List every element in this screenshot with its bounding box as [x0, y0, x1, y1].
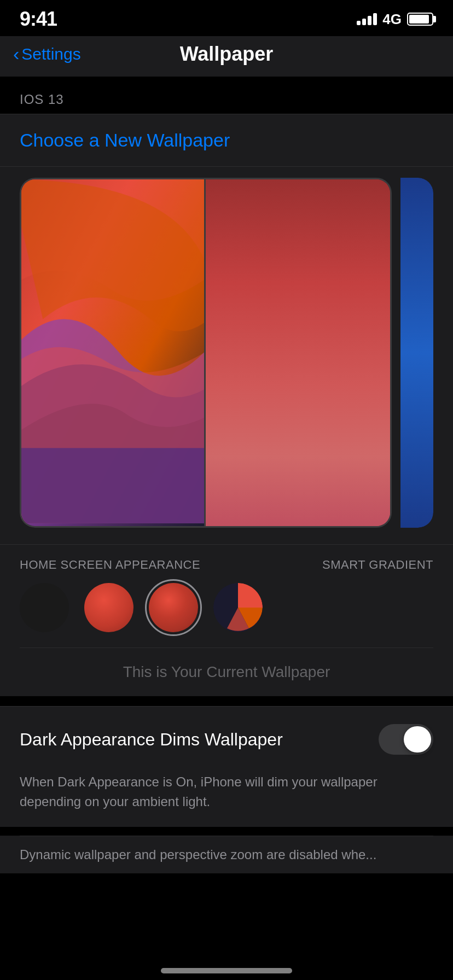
nav-bar: ‹ Settings Wallpaper	[0, 36, 453, 77]
next-wallpaper-preview	[400, 178, 433, 528]
back-button[interactable]: ‹ Settings	[13, 45, 81, 63]
back-label: Settings	[21, 45, 80, 63]
color-option-black[interactable]	[20, 583, 69, 632]
dark-appearance-section: Dark Appearance Dims Wallpaper When Dark…	[0, 706, 453, 827]
battery-fill	[409, 15, 429, 24]
smart-gradient-label: SMART GRADIENT	[322, 558, 433, 572]
dark-appearance-label: Dark Appearance Dims Wallpaper	[20, 730, 283, 750]
status-bar: 9:41 4G	[0, 0, 453, 36]
bottom-spacer	[0, 827, 453, 836]
section-spacer	[0, 696, 453, 705]
choose-wallpaper-link[interactable]: Choose a New Wallpaper	[0, 114, 453, 166]
page-title: Wallpaper	[180, 43, 274, 66]
choose-wallpaper-section: Choose a New Wallpaper	[0, 114, 453, 167]
ios-section-label: IOS 13	[0, 77, 453, 114]
status-icons: 4G	[357, 11, 433, 28]
homescreen-wallpaper-preview	[206, 179, 390, 526]
color-options	[20, 583, 433, 648]
appearance-labels: HOME SCREEN APPEARANCE SMART GRADIENT	[20, 545, 433, 583]
color-option-red-selected[interactable]	[149, 583, 198, 632]
signal-4g-label: 4G	[382, 11, 402, 28]
bottom-partial-text: Dynamic wallpaper and perspective zoom a…	[20, 836, 433, 873]
battery-icon	[407, 13, 433, 26]
dark-appearance-toggle[interactable]	[379, 724, 433, 755]
home-indicator	[161, 968, 292, 973]
wallpaper-preview-container	[0, 167, 453, 544]
dark-appearance-description: When Dark Appearance is On, iPhone will …	[0, 772, 453, 827]
bottom-text-section: Dynamic wallpaper and perspective zoom a…	[0, 836, 453, 873]
chevron-left-icon: ‹	[13, 44, 19, 63]
signal-bars-icon	[357, 13, 377, 25]
color-option-red[interactable]	[84, 583, 133, 632]
lockscreen-wallpaper-preview	[21, 179, 206, 526]
wallpaper-preview[interactable]	[20, 178, 392, 528]
svg-rect-1	[206, 179, 390, 526]
color-option-dynamic[interactable]	[213, 583, 263, 632]
current-wallpaper-text: This is Your Current Wallpaper	[20, 648, 433, 696]
status-time: 9:41	[20, 8, 57, 31]
appearance-section: HOME SCREEN APPEARANCE SMART GRADIENT Th…	[0, 544, 453, 696]
toggle-knob	[404, 726, 431, 752]
home-screen-appearance-label: HOME SCREEN APPEARANCE	[20, 558, 200, 572]
dark-appearance-row: Dark Appearance Dims Wallpaper	[0, 707, 453, 772]
